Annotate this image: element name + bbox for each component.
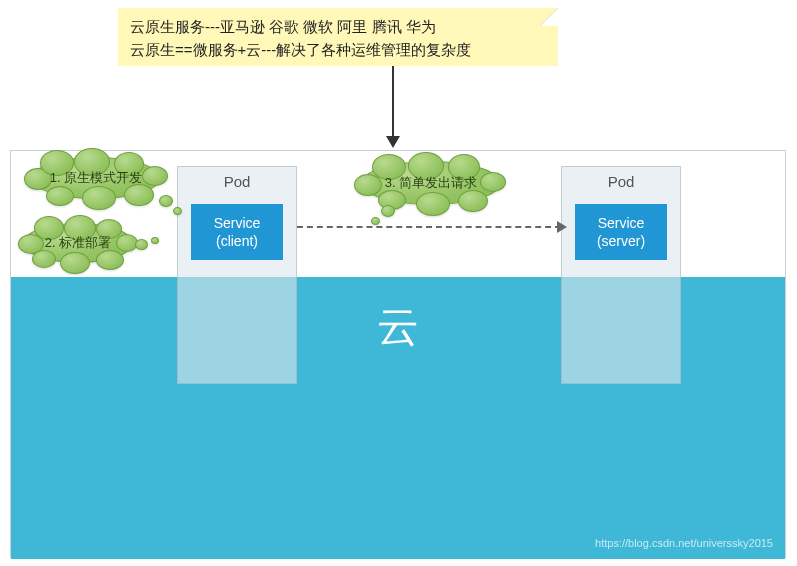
pod-client-label: Pod bbox=[178, 173, 296, 190]
thought-2: 2. 标准部署 bbox=[23, 223, 133, 263]
watermark-text: https://blog.csdn.net/universsky2015 bbox=[595, 537, 773, 549]
service-client-name: Service bbox=[191, 214, 283, 232]
note-fold-icon bbox=[540, 8, 558, 26]
sticky-note: 云原生服务---亚马逊 谷歌 微软 阿里 腾讯 华为 云原生==微服务+云---… bbox=[118, 8, 558, 66]
thought-3: 3. 简单发出请求 bbox=[361, 161, 501, 205]
pod-server-label: Pod bbox=[562, 173, 680, 190]
service-client-box: Service (client) bbox=[191, 204, 283, 260]
diagram-frame: 云 https://blog.csdn.net/universsky2015 P… bbox=[10, 150, 786, 558]
thought-3-text: 3. 简单发出请求 bbox=[385, 174, 477, 192]
service-server-role: (server) bbox=[575, 232, 667, 250]
arrow-shaft bbox=[392, 66, 394, 141]
service-server-box: Service (server) bbox=[575, 204, 667, 260]
thought-1: 1. 原生模式开发 bbox=[31, 157, 161, 199]
note-line-2: 云原生==微服务+云---解决了各种运维管理的复杂度 bbox=[130, 39, 546, 62]
thought-2-text: 2. 标准部署 bbox=[45, 234, 111, 252]
arrow-down-icon bbox=[386, 136, 400, 148]
service-client-role: (client) bbox=[191, 232, 283, 250]
service-server-name: Service bbox=[575, 214, 667, 232]
request-arrow-line bbox=[297, 226, 561, 228]
thought-1-text: 1. 原生模式开发 bbox=[50, 169, 142, 187]
note-line-1: 云原生服务---亚马逊 谷歌 微软 阿里 腾讯 华为 bbox=[130, 16, 546, 39]
pod-server: Pod Service (server) bbox=[561, 166, 681, 384]
request-arrow-head-icon bbox=[557, 221, 567, 233]
cloud-label: 云 bbox=[377, 299, 419, 355]
pod-client: Pod Service (client) bbox=[177, 166, 297, 384]
